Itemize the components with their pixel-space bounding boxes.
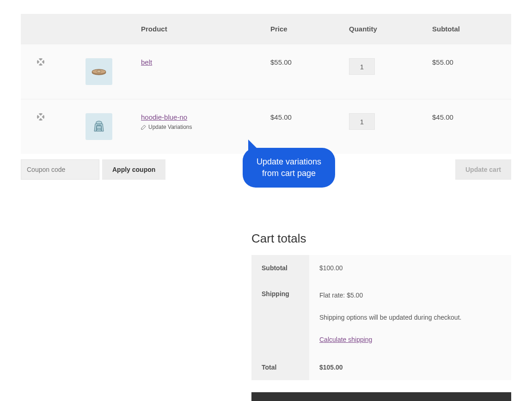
table-row: belt $55.00 $55.00 [21, 44, 511, 99]
quantity-input[interactable] [349, 58, 375, 75]
tooltip-callout: Update variations from cart page [243, 148, 335, 188]
close-icon [37, 58, 44, 66]
header-price: Price [261, 14, 340, 44]
total-value: $105.00 [309, 354, 511, 380]
subtotal-value: $100.00 [309, 255, 511, 281]
shipping-rate: Flat rate: $5.00 [319, 292, 363, 299]
shipping-label: Shipping [251, 281, 309, 354]
header-quantity: Quantity [340, 14, 423, 44]
cart-totals-title: Cart totals [251, 231, 511, 246]
close-icon [37, 113, 44, 121]
coupon-input[interactable] [21, 159, 99, 180]
remove-item-button[interactable] [37, 58, 44, 66]
subtotal-cell: $55.00 [423, 44, 511, 99]
remove-item-button[interactable] [37, 113, 44, 121]
update-variations-link[interactable]: Update Variations [141, 124, 192, 130]
apply-coupon-button[interactable]: Apply coupon [102, 159, 165, 180]
product-thumbnail[interactable] [86, 58, 112, 85]
update-variations-label: Update Variations [148, 124, 192, 130]
hoodie-icon [90, 117, 108, 136]
header-product: Product [132, 14, 261, 44]
product-link[interactable]: belt [141, 58, 152, 66]
total-label: Total [251, 354, 309, 380]
price-cell: $55.00 [261, 44, 340, 99]
cart-table: Product Price Quantity Subtotal [21, 14, 511, 154]
svg-rect-2 [97, 70, 101, 73]
belt-icon [90, 62, 108, 81]
calculate-shipping-link[interactable]: Calculate shipping [319, 336, 372, 343]
product-thumbnail[interactable] [86, 113, 112, 140]
tooltip-line1: Update variations [257, 157, 321, 166]
proceed-to-checkout-button[interactable]: Proceed to checkout [251, 392, 511, 401]
pencil-icon [141, 125, 146, 130]
product-link[interactable]: hoodie-blue-no [141, 113, 187, 121]
cart-totals-section: Cart totals Subtotal $100.00 Shipping Fl… [251, 231, 511, 401]
table-row: hoodie-blue-no Update Variations $45.00 … [21, 99, 511, 154]
header-remove [21, 14, 76, 44]
update-cart-button[interactable]: Update cart [455, 159, 511, 180]
tooltip-line2: from cart page [262, 169, 316, 178]
subtotal-cell: $45.00 [423, 99, 511, 154]
subtotal-label: Subtotal [251, 255, 309, 281]
shipping-note: Shipping options will be updated during … [319, 312, 501, 323]
header-subtotal: Subtotal [423, 14, 511, 44]
totals-table: Subtotal $100.00 Shipping Flat rate: $5.… [251, 255, 511, 380]
quantity-input[interactable] [349, 113, 375, 130]
header-thumb [76, 14, 132, 44]
price-cell: $45.00 [261, 99, 340, 154]
